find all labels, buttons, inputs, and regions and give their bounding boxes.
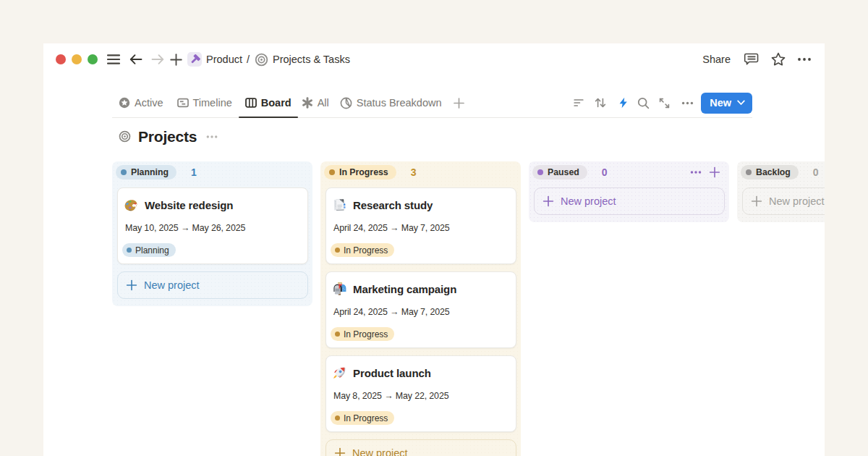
back-icon[interactable] — [129, 53, 142, 66]
tab-board[interactable]: Board — [239, 93, 298, 113]
tab-status-breakdown[interactable]: Status Breakdown — [333, 93, 448, 113]
project-card[interactable]: Research studyApril 24, 2025 → May 7, 20… — [326, 187, 516, 264]
add-view-icon[interactable] — [449, 98, 469, 109]
card-status-badge: In Progress — [331, 327, 394, 341]
column-more-icon[interactable] — [690, 166, 702, 178]
timeline-icon — [177, 97, 189, 109]
project-card[interactable]: Marketing campaignApril 24, 2025 → May 7… — [326, 271, 516, 348]
status-dot-icon — [121, 169, 127, 175]
status-dot-icon — [335, 332, 340, 337]
project-card[interactable]: Website redesignMay 10, 2025 → May 26, 2… — [117, 187, 308, 264]
tab-timeline[interactable]: Timeline — [171, 93, 239, 113]
new-project-button[interactable]: New project — [117, 271, 308, 299]
status-dot-icon — [335, 248, 340, 253]
column-count: 0 — [813, 166, 819, 178]
search-icon[interactable] — [637, 97, 650, 109]
card-status-badge: In Progress — [331, 243, 394, 257]
card-dates: April 24, 2025 → May 7, 2025 — [333, 306, 509, 318]
column-cards: Website redesignMay 10, 2025 → May 26, 2… — [117, 187, 308, 264]
pie-chart-icon — [340, 97, 352, 109]
column-add-icon[interactable] — [709, 166, 720, 178]
status-dot-icon — [335, 415, 340, 421]
bookmark-tabs-emoji-icon — [332, 198, 346, 212]
page-content: Active Timeline Board All Status Breakdo… — [112, 93, 752, 456]
status-badge[interactable]: Backlog — [741, 165, 799, 180]
column-actions — [690, 165, 720, 180]
column-count: 3 — [411, 166, 417, 178]
workspace-hammer-icon[interactable] — [187, 52, 202, 67]
target-icon — [255, 53, 268, 67]
view-more-icon[interactable] — [681, 97, 694, 109]
zoom-window-icon[interactable] — [88, 54, 98, 64]
close-window-icon[interactable] — [56, 54, 66, 64]
breadcrumb: Product / Projects & Tasks — [187, 52, 350, 67]
favorite-star-icon[interactable] — [770, 51, 786, 67]
titlebar-actions: Share — [702, 51, 812, 67]
card-dates: May 10, 2025 → May 26, 2025 — [125, 222, 300, 234]
comments-icon[interactable] — [744, 51, 760, 67]
column-count: 0 — [602, 166, 608, 178]
status-badge[interactable]: Paused — [532, 165, 587, 180]
card-dates: April 24, 2025 → May 7, 2025 — [333, 222, 509, 234]
status-dot-icon — [127, 248, 132, 253]
breadcrumb-separator: / — [247, 54, 250, 65]
card-dates: May 8, 2025 → May 22, 2025 — [333, 390, 509, 402]
expand-icon[interactable] — [658, 97, 671, 109]
sort-icon[interactable] — [595, 97, 606, 109]
forward-icon[interactable] — [151, 53, 164, 66]
asterisk-icon — [302, 97, 313, 109]
automation-lightning-icon[interactable] — [618, 97, 629, 109]
chevron-down-icon — [737, 100, 745, 106]
target-icon — [119, 130, 131, 143]
add-page-icon[interactable] — [170, 54, 182, 66]
board-column-backlog: Backlog0New project — [737, 161, 825, 222]
project-card[interactable]: Product launchMay 8, 2025 → May 22, 2025… — [326, 355, 516, 432]
board-column-planning: Planning1Website redesignMay 10, 2025 → … — [112, 161, 312, 306]
titlebar: Product / Projects & Tasks Share — [43, 43, 825, 75]
status-dot-icon — [329, 169, 335, 175]
title-more-icon[interactable] — [206, 131, 218, 143]
card-title: Marketing campaign — [353, 283, 456, 295]
column-header: In Progress3 — [324, 165, 516, 180]
star-circle-icon — [119, 97, 130, 109]
breadcrumb-workspace[interactable]: Product — [206, 54, 242, 65]
column-header: Paused0 — [532, 165, 725, 180]
view-toolbar: New — [573, 93, 752, 114]
column-count: 1 — [191, 166, 197, 178]
view-tabs: Active Timeline Board All Status Breakdo… — [112, 93, 752, 113]
status-badge[interactable]: Planning — [116, 165, 176, 180]
active-tab-underline — [239, 117, 298, 119]
new-project-button[interactable]: New project — [742, 187, 825, 215]
database-title-row: Projects — [112, 127, 752, 145]
board-icon — [245, 97, 257, 109]
share-button[interactable]: Share — [702, 54, 731, 65]
card-title: Website redesign — [145, 199, 233, 211]
card-status-badge: In Progress — [331, 411, 394, 425]
palette-emoji-icon — [124, 198, 138, 212]
filter-icon[interactable] — [573, 97, 584, 109]
board-column-paused: Paused0New project — [529, 161, 729, 222]
rocket-emoji-icon — [332, 366, 346, 380]
menu-icon[interactable] — [107, 53, 120, 66]
new-project-button[interactable]: New project — [326, 439, 516, 456]
status-badge[interactable]: In Progress — [324, 165, 396, 180]
app-window: Product / Projects & Tasks Share Act — [43, 43, 825, 456]
new-project-button[interactable]: New project — [534, 187, 725, 215]
card-title: Product launch — [353, 367, 431, 379]
kanban-board: Planning1Website redesignMay 10, 2025 → … — [112, 161, 825, 456]
column-header: Planning1 — [116, 165, 308, 180]
minimize-window-icon[interactable] — [72, 54, 82, 64]
card-status-badge: Planning — [122, 243, 176, 257]
more-options-icon[interactable] — [797, 52, 812, 67]
breadcrumb-page[interactable]: Projects & Tasks — [273, 54, 350, 65]
column-header: Backlog0 — [741, 165, 825, 180]
status-dot-icon — [746, 169, 752, 175]
mailbox-emoji-icon — [332, 282, 346, 296]
titlebar-nav — [98, 53, 182, 66]
new-button[interactable]: New — [701, 93, 752, 114]
card-title: Research study — [353, 199, 433, 211]
tab-active[interactable]: Active — [112, 93, 170, 113]
tab-all[interactable]: All — [295, 93, 336, 113]
tabs-divider — [112, 117, 752, 118]
page-title: Projects — [138, 128, 197, 145]
